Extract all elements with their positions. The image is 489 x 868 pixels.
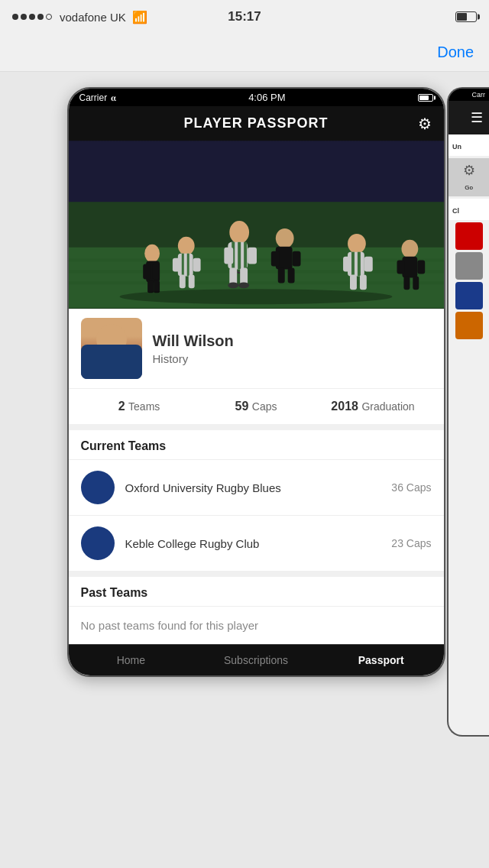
svg-point-25 (275, 228, 293, 248)
svg-rect-21 (229, 268, 237, 285)
second-phone-inner: Carr ☰ Un ⚙ Go Cl (449, 89, 489, 735)
current-teams-list: Oxford University Rugby Blues 36 Caps Ke… (69, 459, 444, 577)
team-item-keble[interactable]: Keble College Rugby Club 23 Caps (69, 515, 444, 571)
svg-rect-42 (417, 261, 425, 274)
phone-wifi-icon: 𝛂 (111, 92, 116, 103)
svg-rect-40 (402, 257, 417, 278)
phone-battery-icon (418, 94, 433, 102)
avatar (81, 318, 142, 379)
badge-gray (455, 252, 483, 280)
svg-rect-44 (413, 276, 419, 290)
profile-info: Will Wilson History (153, 332, 234, 365)
svg-rect-48 (186, 254, 189, 277)
stat-caps: 59 Caps (198, 400, 315, 413)
done-button[interactable]: Done (437, 44, 474, 61)
svg-point-24 (238, 282, 249, 288)
wifi-icon: 📶 (132, 10, 147, 24)
past-teams-header: Past Teams (69, 577, 444, 607)
signal-strength (12, 14, 52, 20)
svg-rect-38 (359, 274, 366, 290)
svg-point-7 (144, 245, 160, 263)
second-phone-carrier: Carr (472, 91, 486, 99)
nav-home[interactable]: Home (69, 645, 194, 675)
nav-subscriptions[interactable]: Subscriptions (193, 645, 319, 675)
svg-rect-37 (350, 274, 357, 290)
team-item-oxford[interactable]: Oxford University Rugby Blues 36 Caps (69, 459, 444, 515)
svg-rect-6 (69, 281, 444, 284)
phone-time: 4:06 PM (248, 92, 285, 103)
svg-rect-41 (397, 261, 404, 274)
svg-rect-20 (248, 248, 257, 264)
main-container: Carrier 𝛂 4:06 PM PLAYER PASSPORT ⚙ (0, 72, 489, 868)
svg-point-23 (228, 282, 238, 288)
svg-rect-10 (152, 264, 160, 280)
second-phone-header: ☰ (449, 101, 489, 134)
current-teams-title: Current Teams (81, 439, 167, 452)
badge-red (455, 222, 483, 250)
team-name-keble: Keble College Rugby Club (125, 537, 392, 550)
team-icon-keble (81, 526, 115, 560)
hamburger-icon[interactable]: ☰ (471, 109, 483, 126)
past-teams-title: Past Teams (81, 586, 148, 599)
nav-passport-label: Passport (358, 654, 404, 666)
svg-point-31 (348, 234, 366, 254)
svg-rect-27 (270, 251, 279, 267)
gear-icon[interactable]: ⚙ (418, 115, 432, 133)
svg-rect-11 (147, 280, 154, 293)
svg-rect-29 (277, 268, 284, 283)
current-teams-header: Current Teams (69, 430, 444, 459)
graduation-year: 2018 (331, 400, 358, 413)
svg-rect-17 (238, 242, 241, 270)
app-title: PLAYER PASSPORT (183, 115, 328, 131)
second-cl-section: Cl (449, 199, 489, 220)
svg-point-53 (119, 289, 392, 304)
battery-indicator (455, 11, 477, 22)
second-section-text-1: Un (452, 143, 461, 151)
second-section-label-go: Go (465, 184, 473, 191)
phone-carrier: Carrier (79, 92, 108, 103)
svg-rect-47 (181, 254, 183, 277)
team-name-oxford: Oxford University Rugby Blues (125, 481, 392, 494)
battery-icon (455, 11, 477, 22)
svg-rect-19 (224, 248, 233, 264)
svg-rect-5 (69, 270, 444, 274)
second-un-section: Un (449, 134, 489, 156)
signal-dot-4 (37, 14, 44, 20)
hero-image: 5 (69, 141, 444, 309)
signal-dot-1 (12, 14, 18, 20)
signal-dot-5 (46, 14, 52, 20)
svg-rect-22 (240, 268, 248, 285)
phone-battery-area (418, 94, 433, 102)
nav-home-label: Home (117, 654, 145, 666)
svg-point-45 (177, 237, 194, 255)
avatar-image (81, 318, 142, 379)
second-phone-content: Un ⚙ Go Cl (449, 134, 489, 735)
rugby-field-background: 5 (69, 141, 444, 309)
team-caps-oxford: 36 Caps (391, 481, 431, 494)
stats-row: 2 Teams 59 Caps 2018 Graduation (69, 389, 444, 430)
phone-status-bar: Carrier 𝛂 4:06 PM (69, 89, 444, 106)
rugby-scene-svg: 5 (69, 141, 444, 309)
player-name: Will Wilson (153, 332, 234, 350)
svg-rect-50 (193, 258, 200, 272)
phone-mockup-secondary: Carr ☰ Un ⚙ Go Cl (447, 87, 489, 737)
caps-value: 59 (235, 400, 249, 413)
svg-point-13 (229, 221, 249, 244)
svg-rect-52 (188, 274, 194, 288)
svg-rect-12 (154, 280, 160, 293)
past-teams-section: Past Teams No past teams found for this … (69, 577, 444, 644)
team-caps-keble: 23 Caps (391, 537, 431, 549)
svg-rect-9 (143, 264, 151, 280)
top-bar: Done (0, 34, 489, 72)
svg-rect-28 (292, 251, 300, 267)
phone-battery-fill (419, 96, 429, 100)
profile-section: Will Wilson History (69, 309, 444, 389)
nav-passport[interactable]: Passport (319, 645, 444, 675)
battery-fill (457, 13, 467, 21)
bottom-nav: Home Subscriptions Passport (69, 644, 444, 675)
second-phone-status: Carr (449, 89, 489, 101)
svg-rect-33 (351, 252, 354, 277)
teams-label: Teams (128, 400, 160, 413)
second-gear-icon: ⚙ (463, 163, 475, 178)
signal-dot-3 (29, 14, 35, 20)
